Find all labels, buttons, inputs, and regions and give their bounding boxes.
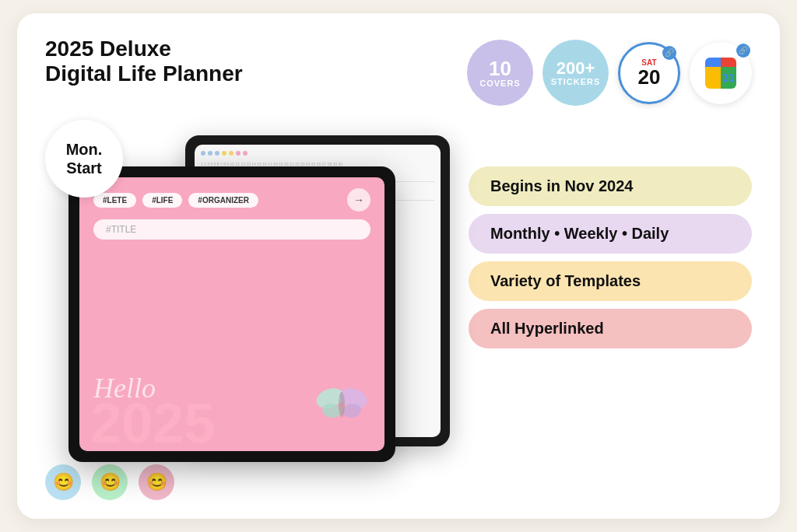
dot — [236, 151, 241, 156]
year-text: 2025 — [90, 395, 215, 451]
dot — [229, 151, 233, 156]
emoji-badge-2: 😊 — [92, 464, 128, 500]
covers-badge: 10 COVERS — [467, 40, 533, 106]
tablet-nav: #LETE #LIFE #ORGANIZER → — [93, 188, 370, 212]
emoji-badges: 😊 😊 😊 — [45, 464, 174, 500]
feature-begins: Begins in Nov 2024 — [469, 166, 752, 206]
gcal-badge: 🔗 31 — [690, 42, 752, 104]
product-card: 2025 Deluxe Digital Life Planner 10 COVE… — [17, 13, 780, 519]
svg-point-4 — [339, 392, 345, 417]
title-line1: 2025 Deluxe — [45, 37, 243, 61]
gcal-blue — [705, 58, 721, 67]
covers-num: 10 — [489, 58, 511, 79]
gcal-grid: 31 — [705, 58, 736, 89]
next-arrow[interactable]: → — [347, 188, 370, 212]
feature-hyperlinked: All Hyperlinked — [469, 309, 752, 348]
gcal-link-icon: 🔗 — [736, 44, 750, 58]
feature-variety: Variety of Templates — [469, 261, 752, 301]
feature-variety-label: Variety of Templates — [490, 272, 641, 289]
badges-row: 10 COVERS 200+ STICKERS 🔗 SAT 20 🔗 — [467, 40, 752, 106]
gcal-red — [721, 58, 736, 67]
dot — [243, 151, 248, 156]
title-block: 2025 Deluxe Digital Life Planner — [45, 37, 243, 86]
mon-start-badge: Mon. Start — [45, 120, 123, 198]
stickers-num: 200+ — [556, 60, 595, 77]
link-icon: 🔗 — [662, 46, 676, 60]
gcal-green: 31 — [721, 67, 736, 89]
feature-monthly: Monthly • Weekly • Daily — [469, 214, 752, 254]
emoji-badge-3: 😊 — [139, 464, 174, 500]
tab-complete: #LETE — [93, 193, 136, 208]
gcal-yellow — [705, 67, 721, 89]
mon-start-line1: Mon. — [66, 140, 103, 159]
main-content: Mon. Start 1 2 3 4 5 6 7 8 — [45, 120, 752, 485]
features-area: Begins in Nov 2024 Monthly • Weekly • Da… — [469, 166, 752, 348]
feature-begins-label: Begins in Nov 2024 — [490, 177, 633, 194]
title-line2: Digital Life Planner — [45, 61, 243, 86]
title-field: #TITLE — [93, 219, 370, 240]
dot — [222, 151, 226, 156]
feature-monthly-label: Monthly • Weekly • Daily — [490, 225, 669, 242]
tab-life: #LIFE — [142, 193, 182, 208]
tablet-front-screen: #LETE #LIFE #ORGANIZER → #TITLE Hello 20… — [79, 177, 384, 451]
tab-organizer: #ORGANIZER — [188, 193, 258, 208]
tablets-area: Mon. Start 1 2 3 4 5 6 7 8 — [45, 120, 450, 485]
feature-hyperlinked-label: All Hyperlinked — [490, 320, 604, 337]
dot — [215, 151, 219, 156]
calendar-badge: 🔗 SAT 20 — [618, 42, 680, 104]
dot — [201, 151, 205, 156]
calendar-date: 20 — [638, 67, 661, 87]
stickers-label: STICKERS — [551, 77, 601, 86]
header: 2025 Deluxe Digital Life Planner 10 COVE… — [45, 37, 752, 106]
stickers-badge: 200+ STICKERS — [542, 40, 609, 106]
sticker-decoration — [314, 381, 369, 428]
emoji-badge-1: 😊 — [45, 464, 81, 500]
mon-start-line2: Start — [66, 159, 102, 177]
dot — [208, 151, 212, 156]
tablet-front: #LETE #LIFE #ORGANIZER → #TITLE Hello 20… — [68, 166, 395, 462]
covers-label: COVERS — [479, 79, 520, 88]
